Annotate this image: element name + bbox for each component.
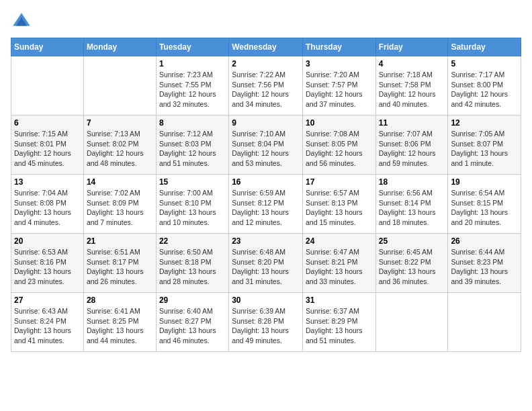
- day-number: 19: [451, 177, 518, 187]
- calendar-cell: 3Sunrise: 7:20 AM Sunset: 7:57 PM Daylig…: [302, 56, 375, 116]
- calendar-cell: 30Sunrise: 6:39 AM Sunset: 8:28 PM Dayli…: [229, 293, 303, 352]
- day-info: Sunrise: 7:22 AM Sunset: 7:56 PM Dayligh…: [232, 70, 300, 109]
- day-info: Sunrise: 6:44 AM Sunset: 8:23 PM Dayligh…: [451, 247, 518, 287]
- day-info: Sunrise: 6:45 AM Sunset: 8:22 PM Dayligh…: [379, 247, 445, 287]
- day-info: Sunrise: 7:00 AM Sunset: 8:10 PM Dayligh…: [159, 188, 226, 228]
- day-info: Sunrise: 6:39 AM Sunset: 8:28 PM Dayligh…: [232, 306, 300, 346]
- calendar-cell: 16Sunrise: 6:59 AM Sunset: 8:12 PM Dayli…: [229, 175, 303, 234]
- day-number: 28: [87, 295, 153, 305]
- day-info: Sunrise: 7:08 AM Sunset: 8:05 PM Dayligh…: [306, 129, 373, 169]
- calendar-cell: 2Sunrise: 7:22 AM Sunset: 7:56 PM Daylig…: [229, 56, 303, 116]
- calendar-cell: 13Sunrise: 7:04 AM Sunset: 8:08 PM Dayli…: [11, 175, 84, 234]
- calendar-cell: 22Sunrise: 6:50 AM Sunset: 8:18 PM Dayli…: [156, 234, 228, 293]
- day-info: Sunrise: 6:59 AM Sunset: 8:12 PM Dayligh…: [232, 188, 300, 228]
- calendar-cell: [83, 56, 156, 116]
- weekday-header-tuesday: Tuesday: [156, 38, 228, 56]
- weekday-header-saturday: Saturday: [448, 38, 521, 56]
- day-number: 16: [232, 177, 300, 187]
- day-info: Sunrise: 7:12 AM Sunset: 8:03 PM Dayligh…: [159, 129, 226, 169]
- day-info: Sunrise: 6:48 AM Sunset: 8:20 PM Dayligh…: [232, 247, 300, 287]
- day-number: 2: [232, 59, 300, 68]
- day-info: Sunrise: 7:23 AM Sunset: 7:55 PM Dayligh…: [159, 70, 226, 109]
- day-number: 3: [306, 59, 373, 68]
- calendar-cell: 27Sunrise: 6:43 AM Sunset: 8:24 PM Dayli…: [11, 293, 84, 352]
- day-number: 31: [306, 295, 373, 305]
- calendar-cell: 26Sunrise: 6:44 AM Sunset: 8:23 PM Dayli…: [448, 234, 521, 293]
- calendar-week-row: 20Sunrise: 6:53 AM Sunset: 8:16 PM Dayli…: [11, 234, 521, 293]
- calendar-cell: 6Sunrise: 7:15 AM Sunset: 8:01 PM Daylig…: [11, 116, 84, 175]
- calendar-cell: [11, 56, 84, 116]
- calendar-cell: 17Sunrise: 6:57 AM Sunset: 8:13 PM Dayli…: [302, 175, 375, 234]
- calendar-cell: 31Sunrise: 6:37 AM Sunset: 8:29 PM Dayli…: [302, 293, 375, 352]
- day-number: 8: [159, 118, 226, 128]
- calendar-cell: 1Sunrise: 7:23 AM Sunset: 7:55 PM Daylig…: [156, 56, 228, 116]
- calendar-cell: 5Sunrise: 7:17 AM Sunset: 8:00 PM Daylig…: [448, 56, 521, 116]
- day-number: 21: [87, 236, 153, 246]
- day-number: 5: [451, 59, 518, 68]
- weekday-header-wednesday: Wednesday: [229, 38, 303, 56]
- day-info: Sunrise: 6:37 AM Sunset: 8:29 PM Dayligh…: [306, 306, 373, 346]
- calendar-cell: 8Sunrise: 7:12 AM Sunset: 8:03 PM Daylig…: [156, 116, 228, 175]
- calendar-cell: 9Sunrise: 7:10 AM Sunset: 8:04 PM Daylig…: [229, 116, 303, 175]
- weekday-header-sunday: Sunday: [11, 38, 84, 56]
- day-info: Sunrise: 7:18 AM Sunset: 7:58 PM Dayligh…: [379, 70, 445, 109]
- day-info: Sunrise: 6:53 AM Sunset: 8:16 PM Dayligh…: [14, 247, 81, 287]
- calendar-cell: 7Sunrise: 7:13 AM Sunset: 8:02 PM Daylig…: [83, 116, 156, 175]
- day-info: Sunrise: 7:07 AM Sunset: 8:06 PM Dayligh…: [379, 129, 445, 169]
- day-number: 27: [14, 295, 81, 305]
- calendar-header-row: SundayMondayTuesdayWednesdayThursdayFrid…: [11, 38, 521, 56]
- calendar-cell: 18Sunrise: 6:56 AM Sunset: 8:14 PM Dayli…: [375, 175, 448, 234]
- calendar-cell: 4Sunrise: 7:18 AM Sunset: 7:58 PM Daylig…: [375, 56, 448, 116]
- logo: [11, 11, 35, 32]
- calendar-cell: [448, 293, 521, 352]
- calendar-cell: 15Sunrise: 7:00 AM Sunset: 8:10 PM Dayli…: [156, 175, 228, 234]
- day-number: 6: [14, 118, 81, 128]
- weekday-header-friday: Friday: [375, 38, 448, 56]
- day-number: 12: [451, 118, 518, 128]
- day-number: 18: [379, 177, 445, 187]
- calendar-cell: 11Sunrise: 7:07 AM Sunset: 8:06 PM Dayli…: [375, 116, 448, 175]
- day-info: Sunrise: 6:40 AM Sunset: 8:27 PM Dayligh…: [159, 306, 226, 346]
- day-number: 22: [159, 236, 226, 246]
- day-number: 10: [306, 118, 373, 128]
- day-info: Sunrise: 6:47 AM Sunset: 8:21 PM Dayligh…: [306, 247, 373, 287]
- calendar-cell: 10Sunrise: 7:08 AM Sunset: 8:05 PM Dayli…: [302, 116, 375, 175]
- day-number: 9: [232, 118, 300, 128]
- day-number: 4: [379, 59, 445, 68]
- logo-icon: [11, 11, 32, 32]
- day-number: 15: [159, 177, 226, 187]
- day-info: Sunrise: 7:20 AM Sunset: 7:57 PM Dayligh…: [306, 70, 373, 109]
- calendar-cell: [375, 293, 448, 352]
- day-number: 26: [451, 236, 518, 246]
- day-info: Sunrise: 6:56 AM Sunset: 8:14 PM Dayligh…: [379, 188, 445, 228]
- day-info: Sunrise: 6:51 AM Sunset: 8:17 PM Dayligh…: [87, 247, 153, 287]
- day-info: Sunrise: 7:04 AM Sunset: 8:08 PM Dayligh…: [14, 188, 81, 228]
- calendar-cell: 19Sunrise: 6:54 AM Sunset: 8:15 PM Dayli…: [448, 175, 521, 234]
- calendar-table: SundayMondayTuesdayWednesdayThursdayFrid…: [11, 38, 521, 352]
- weekday-header-thursday: Thursday: [302, 38, 375, 56]
- day-info: Sunrise: 7:05 AM Sunset: 8:07 PM Dayligh…: [451, 129, 518, 169]
- day-number: 1: [159, 59, 226, 68]
- day-number: 7: [87, 118, 153, 128]
- day-info: Sunrise: 6:54 AM Sunset: 8:15 PM Dayligh…: [451, 188, 518, 228]
- calendar-week-row: 6Sunrise: 7:15 AM Sunset: 8:01 PM Daylig…: [11, 116, 521, 175]
- day-info: Sunrise: 7:15 AM Sunset: 8:01 PM Dayligh…: [14, 129, 81, 169]
- calendar-week-row: 1Sunrise: 7:23 AM Sunset: 7:55 PM Daylig…: [11, 56, 521, 116]
- day-number: 20: [14, 236, 81, 246]
- day-number: 17: [306, 177, 373, 187]
- day-info: Sunrise: 7:02 AM Sunset: 8:09 PM Dayligh…: [87, 188, 153, 228]
- calendar-cell: 20Sunrise: 6:53 AM Sunset: 8:16 PM Dayli…: [11, 234, 84, 293]
- calendar-cell: 14Sunrise: 7:02 AM Sunset: 8:09 PM Dayli…: [83, 175, 156, 234]
- day-number: 25: [379, 236, 445, 246]
- day-info: Sunrise: 6:41 AM Sunset: 8:25 PM Dayligh…: [87, 306, 153, 346]
- day-number: 13: [14, 177, 81, 187]
- calendar-cell: 23Sunrise: 6:48 AM Sunset: 8:20 PM Dayli…: [229, 234, 303, 293]
- calendar-cell: 24Sunrise: 6:47 AM Sunset: 8:21 PM Dayli…: [302, 234, 375, 293]
- calendar-cell: 25Sunrise: 6:45 AM Sunset: 8:22 PM Dayli…: [375, 234, 448, 293]
- calendar-cell: 12Sunrise: 7:05 AM Sunset: 8:07 PM Dayli…: [448, 116, 521, 175]
- day-info: Sunrise: 7:17 AM Sunset: 8:00 PM Dayligh…: [451, 70, 518, 109]
- calendar-cell: 21Sunrise: 6:51 AM Sunset: 8:17 PM Dayli…: [83, 234, 156, 293]
- calendar-cell: 28Sunrise: 6:41 AM Sunset: 8:25 PM Dayli…: [83, 293, 156, 352]
- page-header: [11, 11, 521, 32]
- calendar-cell: 29Sunrise: 6:40 AM Sunset: 8:27 PM Dayli…: [156, 293, 228, 352]
